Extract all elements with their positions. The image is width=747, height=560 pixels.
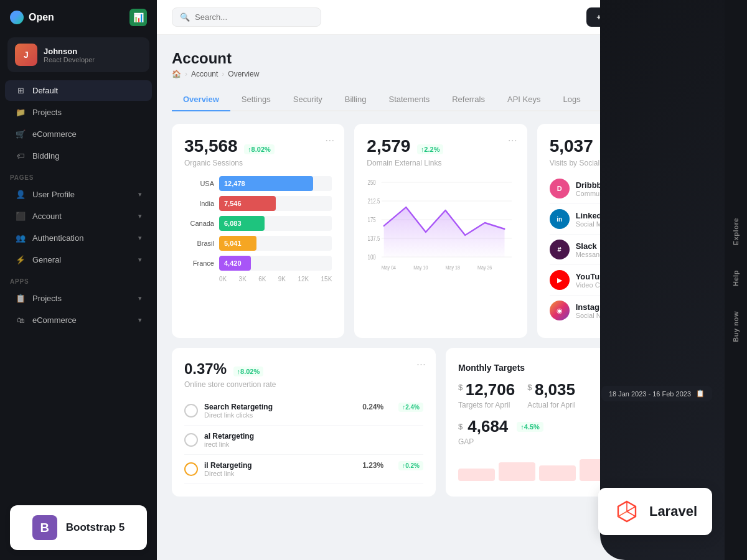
card-menu[interactable]: ··· bbox=[416, 358, 426, 371]
sidebar-item-projects-app[interactable]: 📋 Projects ▾ bbox=[5, 288, 152, 309]
bar-row-brasil: Brasil 5,041 bbox=[184, 236, 332, 251]
svg-text:May 04: May 04 bbox=[382, 264, 397, 271]
tab-statements[interactable]: Statements bbox=[377, 88, 441, 111]
bar-row-india: India 7,546 bbox=[184, 196, 332, 211]
conversion-label: Online store convertion rate bbox=[184, 380, 423, 389]
linkedin-icon: in bbox=[550, 209, 570, 229]
chart-icon: 📊 bbox=[133, 12, 144, 22]
svg-text:May 26: May 26 bbox=[477, 264, 492, 271]
sidebar-item-account[interactable]: ⬛ Account ▾ bbox=[5, 206, 152, 226]
svg-text:May 10: May 10 bbox=[413, 264, 428, 271]
conversion-badge: ↑8.02% bbox=[233, 366, 264, 376]
help-btn[interactable]: Help bbox=[727, 258, 745, 299]
tag-icon: 🏷 bbox=[15, 151, 26, 161]
tab-billing[interactable]: Billing bbox=[334, 88, 378, 111]
account-icon: ⬛ bbox=[15, 212, 26, 221]
ret-circle-icon bbox=[184, 462, 198, 476]
bootstrap-label: Bootstrap 5 bbox=[66, 521, 125, 534]
tab-overview[interactable]: Overview bbox=[172, 88, 230, 111]
retargeting-list: Search Retargeting Direct link clicks 0.… bbox=[184, 396, 423, 484]
svg-text:May 18: May 18 bbox=[446, 264, 461, 271]
sidebar-header: Open 📊 bbox=[0, 0, 157, 35]
chevron-down-icon: ▾ bbox=[138, 256, 142, 264]
chart-icon-btn[interactable]: 📊 bbox=[129, 9, 147, 26]
sidebar-item-label: Projects bbox=[32, 294, 62, 303]
pages-section-label: PAGES bbox=[0, 167, 157, 184]
ret-circle-icon bbox=[184, 433, 198, 447]
explore-btn[interactable]: Explore bbox=[727, 205, 745, 258]
cart-icon: 🛒 bbox=[15, 129, 26, 139]
actual-april-value: 8,035 bbox=[535, 380, 575, 399]
bar-chart: USA 12,478 India 7,546 Canada bbox=[184, 176, 332, 282]
bar-axis: 0K 3K 6K 9K 12K 15K bbox=[184, 276, 332, 282]
svg-text:100: 100 bbox=[368, 254, 376, 261]
buy-now-btn[interactable]: Buy now bbox=[727, 299, 745, 355]
conversion-rate: 0.37% bbox=[184, 360, 227, 377]
sidebar-item-label: Bidding bbox=[32, 151, 59, 161]
actual-april-label: Actual for April bbox=[527, 401, 575, 409]
sidebar-item-projects[interactable]: 📁 Projects bbox=[5, 102, 152, 123]
svg-text:212.5: 212.5 bbox=[368, 198, 380, 205]
retargeting-search: Search Retargeting Direct link clicks 0.… bbox=[184, 396, 423, 426]
tab-security[interactable]: Security bbox=[282, 88, 334, 111]
card-menu[interactable]: ··· bbox=[325, 134, 334, 147]
chevron-down-icon: ▾ bbox=[138, 190, 142, 198]
user-card[interactable]: J Johnson React Developer bbox=[7, 37, 149, 72]
app-name: Open bbox=[29, 12, 54, 23]
bar-row-canada: Canada 6,083 bbox=[184, 216, 332, 231]
svg-text:137.5: 137.5 bbox=[368, 235, 380, 242]
chevron-down-icon: ▾ bbox=[138, 234, 142, 242]
organic-badge: ↑8.02% bbox=[244, 144, 275, 154]
laravel-label: Laravel bbox=[649, 503, 697, 520]
tab-referrals[interactable]: Referrals bbox=[441, 88, 496, 111]
auth-icon: 👥 bbox=[15, 233, 26, 243]
organic-label: Organic Sessions bbox=[184, 159, 332, 167]
sidebar-item-label: User Profile bbox=[32, 190, 75, 199]
search-input[interactable] bbox=[195, 12, 307, 22]
app-logo[interactable]: Open bbox=[10, 11, 54, 24]
gap-value: 4,684 bbox=[467, 417, 508, 436]
bar-row-france: France 4,420 bbox=[184, 256, 332, 271]
search-box[interactable]: 🔍 bbox=[172, 7, 321, 27]
bootstrap-card: B Bootstrap 5 bbox=[32, 515, 125, 540]
sidebar-item-general[interactable]: ⚡ General ▾ bbox=[5, 250, 152, 270]
laravel-card: Laravel bbox=[598, 488, 712, 535]
sidebar-item-ecommerce[interactable]: 🛒 eCommerce bbox=[5, 124, 152, 144]
targets-april-label: Targets for April bbox=[458, 401, 515, 409]
sidebar-item-authentication[interactable]: 👥 Authentication ▾ bbox=[5, 228, 152, 248]
line-chart-svg: 250 212.5 175 137.5 100 bbox=[367, 176, 514, 276]
gap-badge: ↑4.5% bbox=[517, 422, 543, 432]
shop-icon: 🛍 bbox=[15, 315, 26, 325]
sidebar: Open 📊 J Johnson React Developer ⊞ Defau… bbox=[0, 0, 157, 560]
tab-settings[interactable]: Settings bbox=[230, 88, 282, 111]
tab-logs[interactable]: Logs bbox=[552, 88, 591, 111]
tab-api-keys[interactable]: API Keys bbox=[496, 88, 552, 111]
search-icon: 🔍 bbox=[180, 12, 190, 22]
bootstrap-logo: B bbox=[32, 515, 57, 540]
user-role: React Developer bbox=[44, 56, 95, 63]
chevron-down-icon: ▾ bbox=[138, 294, 142, 302]
organic-sessions-card: ··· 35,568 ↑8.02% Organic Sessions USA 1… bbox=[172, 124, 344, 338]
sidebar-item-ecommerce-app[interactable]: 🛍 eCommerce ▾ bbox=[5, 310, 152, 330]
sidebar-item-default[interactable]: ⊞ Default bbox=[5, 80, 152, 101]
sidebar-item-label: Default bbox=[32, 86, 58, 95]
sidebar-item-label: eCommerce bbox=[32, 315, 77, 325]
sidebar-item-user-profile[interactable]: 👤 User Profile ▾ bbox=[5, 184, 152, 205]
sidebar-item-bidding[interactable]: 🏷 Bidding bbox=[5, 146, 152, 166]
domain-badge: ↑2.2% bbox=[417, 144, 444, 154]
breadcrumb-account[interactable]: Account bbox=[191, 70, 218, 78]
domain-label: Domain External Links bbox=[367, 159, 514, 167]
conversion-card: ··· 0.37% ↑8.02% Online store convertion… bbox=[172, 348, 436, 497]
organic-value: 35,568 bbox=[184, 136, 238, 156]
svg-text:250: 250 bbox=[368, 179, 376, 186]
line-chart: 250 212.5 175 137.5 100 bbox=[367, 176, 514, 278]
calendar-icon: 📋 bbox=[696, 390, 705, 398]
targets-april-value: 12,706 bbox=[466, 380, 515, 399]
avatar: J bbox=[15, 44, 37, 66]
bar-row-usa: USA 12,478 bbox=[184, 176, 332, 191]
laravel-icon bbox=[614, 499, 639, 524]
card-menu[interactable]: ··· bbox=[508, 134, 517, 147]
svg-text:175: 175 bbox=[368, 217, 376, 223]
breadcrumb-overview: Overview bbox=[228, 70, 259, 78]
date-badge: 18 Jan 2023 - 16 Feb 2023 📋 bbox=[601, 386, 712, 401]
